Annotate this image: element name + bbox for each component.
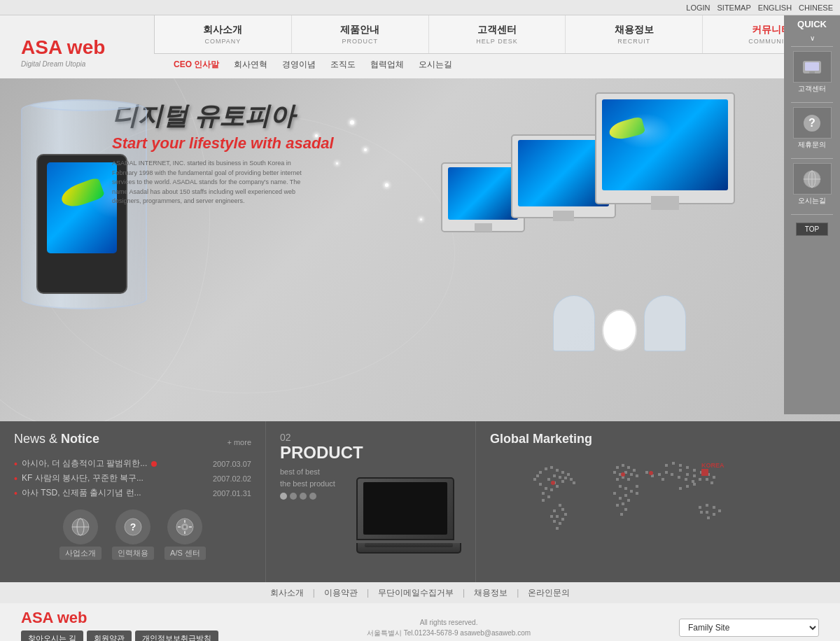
quick-directions-icon — [793, 163, 832, 195]
sub-nav-direction[interactable]: 오시는길 — [413, 57, 458, 72]
bottom-icon-service[interactable]: A/S 센터 — [164, 509, 206, 560]
global-title-bold: Marketing — [533, 432, 592, 446]
footer-btn-privacy[interactable]: 개인정보보취급방침 — [135, 631, 218, 641]
quick-customer-center[interactable]: 고객센터 — [788, 51, 836, 94]
svg-rect-35 — [542, 492, 545, 495]
nav-helpdesk[interactable]: 고객센터 HELP DESK — [429, 15, 566, 53]
bottom-icon-recruit[interactable]: ? 인력채용 — [112, 509, 154, 560]
nav-company-kr: 회사소개 — [203, 24, 242, 36]
footer-link-recruit[interactable]: 채용정보 — [468, 587, 513, 599]
quick-directions[interactable]: 오시는길 — [788, 163, 836, 206]
laptop-body — [356, 477, 454, 540]
hero-brand-name: asadal — [286, 134, 334, 152]
svg-rect-72 — [622, 502, 624, 505]
nav-area: 회사소개 COMPANY 제품안내 PRODUCT 고객센터 HELP DESK… — [154, 15, 840, 78]
sitemap-link[interactable]: SITEMAP — [718, 3, 751, 12]
product-title: PRODUCT — [280, 443, 461, 463]
footer-link-email[interactable]: 무단이메일수집거부 — [372, 587, 459, 599]
chair-left — [553, 295, 595, 351]
login-link[interactable]: LOGIN — [686, 3, 710, 12]
svg-rect-91 — [678, 476, 680, 479]
svg-rect-113 — [701, 469, 708, 476]
quick-label: QUICK — [797, 19, 827, 29]
quick-divider-3 — [791, 158, 833, 159]
svg-rect-28 — [547, 478, 550, 481]
svg-rect-69 — [624, 494, 627, 497]
monitor-large-stand — [651, 196, 679, 210]
svg-rect-56 — [627, 466, 630, 469]
product-dot-2[interactable] — [290, 493, 297, 500]
svg-rect-87 — [693, 474, 696, 477]
quick-inquiry[interactable]: ? 제휴문의 — [788, 107, 836, 150]
product-section: 02 PRODUCT best of best the best product — [266, 421, 476, 582]
monitor-small-stand — [475, 223, 492, 232]
quick-divider-2 — [791, 102, 833, 103]
news-item-1: • 아시아, 더 심층적이고 팔범위한... 2007.03.07 — [14, 458, 251, 470]
english-link[interactable]: ENGLISH — [758, 3, 792, 12]
footer-btn-membership[interactable]: 회원약관 — [87, 631, 132, 641]
news-text-2: KF 사람의 봉사단, 꾸준한 복구... — [22, 472, 144, 484]
site-logo: ASA web — [21, 36, 154, 59]
logo-area: ASA web Digital Dream Utopia — [0, 15, 154, 78]
footer-link-terms[interactable]: 이용약관 — [318, 587, 363, 599]
family-site-select[interactable]: Family Site — [679, 619, 819, 637]
svg-rect-37 — [542, 499, 545, 502]
footer-link-inquiry[interactable]: 온라인문의 — [522, 587, 575, 599]
news-title: News & Notice — [14, 432, 99, 446]
svg-rect-77 — [636, 485, 638, 488]
footer-divider-4: | — [517, 588, 519, 598]
svg-rect-90 — [685, 478, 687, 481]
sub-nav-ceo[interactable]: CEO 인사말 — [168, 57, 225, 72]
quick-customer-icon — [793, 51, 832, 83]
hero-content: 디지털 유토피아 Start your lifestyle with asada… — [0, 78, 840, 421]
product-dot-3[interactable] — [300, 493, 307, 500]
quick-arrow: ∨ — [810, 34, 815, 42]
footer-link-company[interactable]: 회사소개 — [265, 587, 309, 599]
chinese-link[interactable]: CHINESE — [799, 3, 833, 12]
news-more-link[interactable]: + more — [227, 438, 251, 446]
logo-asa: ASA — [21, 36, 62, 58]
nav-recruit-en: RECRUIT — [617, 38, 650, 45]
svg-rect-109 — [706, 511, 708, 514]
svg-rect-102 — [662, 478, 664, 481]
svg-rect-100 — [679, 487, 682, 490]
laptop-image — [356, 477, 468, 554]
sub-nav-philosophy[interactable]: 경영이념 — [276, 57, 321, 72]
monitors-area — [420, 92, 770, 372]
hero-description: ASADAL INTERNET, INC. started its busine… — [112, 159, 308, 206]
svg-rect-62 — [636, 474, 638, 477]
nav-company[interactable]: 회사소개 COMPANY — [155, 15, 292, 53]
news-bullet-3: • — [14, 488, 18, 499]
top-button[interactable]: TOP — [796, 223, 828, 236]
svg-rect-101 — [658, 473, 661, 476]
news-item-2: • KF 사람의 봉사단, 꾸준한 복구... 2007.02.02 — [14, 472, 251, 484]
hero-section: 디지털 유토피아 Start your lifestyle with asada… — [0, 78, 840, 421]
svg-point-115 — [551, 481, 555, 485]
svg-rect-52 — [553, 520, 556, 523]
world-map: KOREA — [490, 453, 826, 551]
product-dot-1[interactable] — [280, 493, 287, 500]
svg-rect-50 — [553, 509, 556, 512]
svg-rect-51 — [556, 515, 559, 518]
svg-rect-104 — [645, 471, 648, 474]
svg-rect-44 — [559, 504, 561, 507]
sub-nav-org[interactable]: 조직도 — [325, 57, 361, 72]
svg-rect-60 — [613, 471, 616, 474]
svg-text:KOREA: KOREA — [701, 462, 724, 469]
svg-text:?: ? — [130, 521, 136, 533]
svg-rect-1 — [805, 62, 819, 71]
news-dot-1 — [151, 461, 157, 467]
footer-logo-web: web — [53, 609, 88, 626]
bottom-icon-business[interactable]: 사업소개 — [59, 509, 102, 560]
nav-product[interactable]: 제품안내 PRODUCT — [292, 15, 429, 53]
footer-btn-directions[interactable]: 찾아오시는 길 — [21, 631, 83, 641]
news-bullet-2: • — [14, 473, 18, 484]
nav-recruit[interactable]: 채용정보 RECRUIT — [566, 15, 703, 53]
svg-rect-33 — [545, 487, 547, 490]
product-dot-4[interactable] — [309, 493, 316, 500]
sub-nav-history[interactable]: 회사연혁 — [228, 57, 273, 72]
sub-nav-partner[interactable]: 협력업체 — [365, 57, 410, 72]
chair-right — [644, 295, 686, 351]
svg-rect-105 — [699, 506, 701, 509]
nav-product-en: PRODUCT — [342, 38, 378, 45]
